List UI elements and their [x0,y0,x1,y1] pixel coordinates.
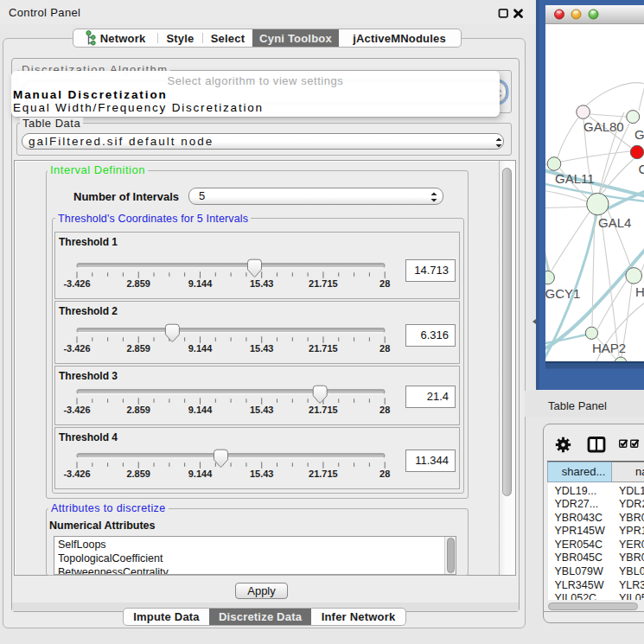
svg-text:GAL4: GAL4 [598,215,631,230]
svg-text:GA: GA [634,127,644,142]
svg-text:CY: CY [639,162,644,176]
svg-text:GCY1: GCY1 [545,286,581,301]
svg-text:HAP2: HAP2 [592,341,626,355]
svg-text:H: H [635,284,644,299]
svg-text:GAL11: GAL11 [555,171,595,186]
svg-text:GAL80: GAL80 [583,119,624,134]
